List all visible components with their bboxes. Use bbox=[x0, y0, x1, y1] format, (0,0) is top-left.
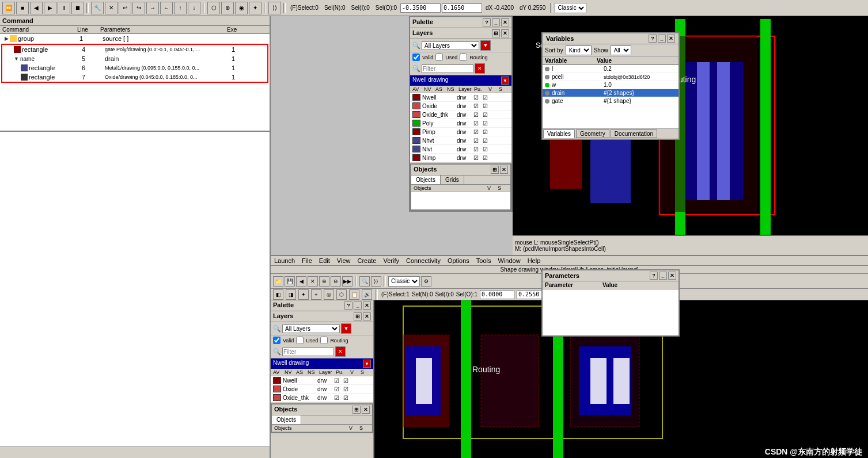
sw-all-layers-select[interactable]: All Layers bbox=[282, 325, 340, 333]
layers-dropdown-btn[interactable]: ▼ bbox=[480, 40, 491, 51]
palette-min-btn[interactable]: _ bbox=[492, 18, 500, 26]
routing-checkbox[interactable] bbox=[460, 54, 467, 61]
objects-close-btn[interactable]: ✕ bbox=[500, 166, 508, 174]
tree-row-sub-rect2[interactable]: rectangle 7 Oxide/drawing (0.045:0.0, 0.… bbox=[2, 72, 267, 82]
toolbar-btn-1[interactable]: ⏩ bbox=[2, 2, 15, 14]
sw-palette-help[interactable]: ? bbox=[344, 301, 352, 310]
menu-verify[interactable]: Verify bbox=[382, 257, 400, 264]
tree-row-name[interactable]: ▼ name 5 drain 1 bbox=[2, 54, 267, 63]
sw-layer-oxide[interactable]: Oxide drw ☑ ☑ bbox=[271, 385, 373, 394]
toolbar-btn-5[interactable]: ⏸ bbox=[58, 2, 70, 14]
var-close-btn[interactable]: ✕ bbox=[667, 35, 675, 43]
sw-btn-8[interactable]: 🔍 bbox=[359, 276, 370, 287]
expand-name-arrow[interactable]: ▼ bbox=[14, 56, 19, 62]
toolbar-btn-17[interactable]: ◉ bbox=[235, 2, 248, 14]
expand-group-arrow[interactable]: ▶ bbox=[5, 36, 9, 41]
layer-row-nwell[interactable]: Nwell drw ☑ ☑ bbox=[410, 93, 511, 102]
sw-valid-checkbox[interactable] bbox=[273, 337, 281, 344]
var-row-l[interactable]: l 0.2 bbox=[543, 65, 679, 73]
var-tab-geometry[interactable]: Geometry bbox=[576, 129, 609, 138]
sw-coord-btn-5[interactable]: ◎ bbox=[324, 289, 334, 300]
toolbar-btn-3[interactable]: ◀ bbox=[30, 2, 43, 14]
sw-active-layer-dropdown[interactable]: ▼ bbox=[363, 360, 371, 368]
sw-coord-btn-7[interactable]: 📋 bbox=[349, 289, 359, 300]
toolbar-btn-12[interactable]: ← bbox=[160, 2, 173, 14]
layer-row-nlvt[interactable]: Nlvt drw ☑ ☑ bbox=[410, 145, 511, 154]
var-tab-documentation[interactable]: Documentation bbox=[611, 129, 657, 138]
sw-palette-min[interactable]: _ bbox=[354, 301, 362, 310]
sw-btn-2[interactable]: 💾 bbox=[285, 276, 295, 287]
sw-active-layer[interactable]: Nwell drawing ▼ bbox=[271, 358, 373, 369]
valid-checkbox[interactable] bbox=[412, 54, 420, 61]
sw-coord-btn-8[interactable]: 🔊 bbox=[362, 289, 372, 300]
toolbar-btn-2[interactable]: ■ bbox=[16, 2, 29, 14]
layer-row-nimp[interactable]: Nimp drw ☑ ☑ bbox=[410, 154, 511, 162]
sw-coord-btn-3[interactable]: ✦ bbox=[298, 289, 309, 300]
tree-row-group[interactable]: ▶ group 1 source [ ] bbox=[0, 34, 270, 43]
sw-btn-7[interactable]: ▶▶ bbox=[342, 276, 352, 287]
params-help-btn[interactable]: ? bbox=[650, 272, 658, 280]
layer-row-poly[interactable]: Poly drw ☑ ☑ bbox=[410, 119, 511, 128]
sw-routing-checkbox[interactable] bbox=[320, 337, 328, 344]
tree-row-rectangle-1[interactable]: rectangle 4 gate Poly/drawing (0.0:-0.1,… bbox=[2, 45, 267, 54]
coord-y-input[interactable] bbox=[442, 3, 482, 13]
objects-tab-grids[interactable]: Grids bbox=[441, 175, 464, 184]
sw-layer-oxide-thk[interactable]: Oxide_thk drw ☑ ☑ bbox=[271, 394, 373, 402]
menu-launch[interactable]: Launch bbox=[273, 257, 296, 264]
toolbar-btn-18[interactable]: ✦ bbox=[249, 2, 261, 14]
filter-input[interactable] bbox=[422, 64, 473, 73]
sw-btn-5[interactable]: ⊕ bbox=[319, 276, 329, 287]
var-row-drain[interactable]: drain #{2 shapes} bbox=[543, 89, 679, 97]
sw-palette-close[interactable]: ✕ bbox=[363, 301, 371, 310]
toolbar-btn-8[interactable]: ✕ bbox=[105, 2, 117, 14]
sw-coord-btn-4[interactable]: + bbox=[311, 289, 321, 300]
var-row-w[interactable]: w 1.0 bbox=[543, 81, 679, 89]
toolbar-btn-4[interactable]: ▶ bbox=[44, 2, 56, 14]
menu-window[interactable]: Window bbox=[497, 257, 522, 264]
layers-resize-btn[interactable]: ⊞ bbox=[492, 29, 500, 37]
sw-layer-nwell[interactable]: Nwell drw ☑ ☑ bbox=[271, 376, 373, 385]
sw-config-btn[interactable]: ⚙ bbox=[421, 276, 431, 287]
menu-create[interactable]: Create bbox=[356, 257, 377, 264]
sw-layers-resize[interactable]: ⊞ bbox=[354, 312, 362, 320]
layers-all-select[interactable]: All Layers bbox=[422, 41, 479, 50]
active-layer-row[interactable]: Nwell drawing ▼ bbox=[410, 75, 511, 86]
sort-by-select[interactable]: Kind bbox=[566, 45, 592, 55]
sw-classic-select[interactable]: Classic bbox=[388, 276, 420, 287]
menu-edit[interactable]: Edit bbox=[318, 257, 331, 264]
sw-coord-btn-1[interactable]: ◧ bbox=[273, 289, 283, 300]
var-row-pcell[interactable]: pcell stdobj@0x381d6f20 bbox=[543, 73, 679, 81]
toolbar-btn-14[interactable]: ↓ bbox=[188, 2, 200, 14]
objects-resize-btn[interactable]: ⊞ bbox=[491, 166, 499, 174]
menu-tools[interactable]: Tools bbox=[475, 257, 492, 264]
var-tab-variables[interactable]: Variables bbox=[543, 129, 575, 138]
var-row-gate[interactable]: gate #{1 shape} bbox=[543, 97, 679, 105]
layer-row-oxide[interactable]: Oxide drw ☑ ☑ bbox=[410, 102, 511, 110]
params-min-btn[interactable]: _ bbox=[659, 272, 667, 280]
toolbar-btn-11[interactable]: → bbox=[146, 2, 159, 14]
toolbar-btn-9[interactable]: ↩ bbox=[119, 2, 131, 14]
menu-help[interactable]: Help bbox=[526, 257, 542, 264]
var-min-btn[interactable]: _ bbox=[658, 35, 666, 43]
sw-btn-9[interactable]: ⟩⟩ bbox=[371, 276, 381, 287]
sw-coord-x-input[interactable] bbox=[480, 290, 514, 299]
active-layer-dropdown[interactable]: ▼ bbox=[501, 77, 509, 85]
classic-select[interactable]: Classic bbox=[555, 3, 586, 13]
show-select[interactable]: All bbox=[611, 45, 631, 55]
palette-close-btn[interactable]: ✕ bbox=[501, 18, 509, 26]
sw-coord-btn-6[interactable]: ⬡ bbox=[336, 289, 347, 300]
sw-objects-tab[interactable]: Objects bbox=[272, 415, 301, 424]
sw-objects-close[interactable]: ✕ bbox=[362, 406, 370, 414]
filter-clear-btn[interactable]: ✕ bbox=[475, 63, 485, 74]
sw-btn-4[interactable]: ✕ bbox=[308, 276, 318, 287]
layer-row-pimp[interactable]: Pimp drw ☑ ☑ bbox=[410, 128, 511, 136]
tree-row-sub-rect1[interactable]: rectangle 6 Metal1/drawing (0.095:0.0, 0… bbox=[2, 63, 267, 72]
menu-options[interactable]: Options bbox=[446, 257, 471, 264]
sw-btn-1[interactable]: 📁 bbox=[273, 276, 283, 287]
toolbar-btn-10[interactable]: ↪ bbox=[132, 2, 145, 14]
toolbar-btn-6[interactable]: ⏹ bbox=[71, 2, 84, 14]
used-checkbox[interactable] bbox=[435, 54, 443, 61]
sw-filter-input[interactable] bbox=[282, 348, 334, 356]
toolbar-btn-19[interactable]: ⟩⟩ bbox=[268, 2, 281, 14]
layers-close-btn[interactable]: ✕ bbox=[501, 29, 509, 37]
